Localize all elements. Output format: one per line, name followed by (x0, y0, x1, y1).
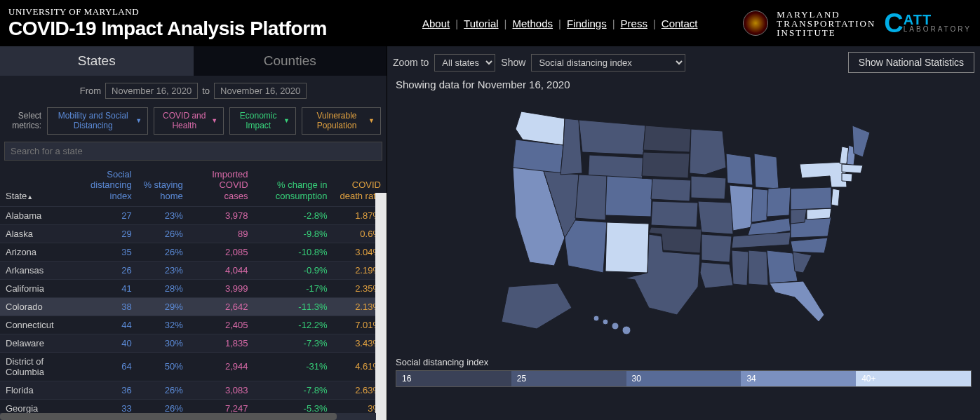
state-mt (579, 120, 645, 155)
state-fl (770, 281, 824, 322)
state-oh (767, 187, 791, 217)
table-row[interactable]: Alabama2723%3,978-2.8%1.87% (0, 206, 387, 224)
cell-sdi: 41 (69, 279, 137, 297)
page-header: UNIVERSITY OF MARYLAND COVID-19 Impact A… (0, 0, 980, 46)
show-label: Show (501, 57, 525, 68)
search-input[interactable] (4, 142, 382, 161)
col-state[interactable]: State▲ (0, 165, 69, 206)
from-label: From (80, 86, 101, 96)
table-scrollbar-horizontal[interactable] (0, 413, 376, 420)
show-national-stats-button[interactable]: Show National Statistics (848, 52, 974, 73)
table-row[interactable]: Alaska2926%89-9.8%0.6% (0, 224, 387, 243)
tab-states[interactable]: States (0, 46, 194, 76)
map-legend: 1625303440+ (396, 370, 972, 387)
state-ak (502, 283, 572, 329)
cell-cons: -10.8% (254, 243, 333, 261)
cell-cons: -31% (254, 352, 333, 381)
cell-cons: -0.9% (254, 261, 333, 279)
nav-methods[interactable]: Methods (512, 18, 553, 29)
state-mi (754, 154, 779, 189)
table-row[interactable]: Florida3626%3,083-7.8%2.63% (0, 381, 387, 399)
table-row[interactable]: Delaware4030%1,835-7.3%3.43% (0, 334, 387, 352)
state-ma (842, 164, 863, 173)
metric-covid-button[interactable]: COVID and Health▼ (154, 107, 224, 135)
nav-findings[interactable]: Findings (567, 18, 607, 29)
state-tn (732, 232, 791, 248)
nav-about[interactable]: About (422, 18, 450, 29)
to-date-input[interactable]: November 16, 2020 (214, 83, 307, 99)
us-map[interactable] (393, 90, 974, 357)
legend-segment: 16 (396, 371, 511, 386)
legend-segment: 40+ (856, 371, 971, 386)
state-sc (793, 252, 812, 273)
nav-tutorial[interactable]: Tutorial (464, 18, 498, 29)
col-sdi[interactable]: Social distancing index (69, 165, 137, 206)
select-metrics-label: Select metrics: (6, 111, 41, 131)
cell-state: Alaska (0, 224, 69, 243)
state-in (751, 189, 768, 222)
university-seal-icon (743, 11, 768, 36)
left-panel: States Counties From November 16, 2020 t… (0, 46, 387, 420)
nav-press[interactable]: Press (621, 18, 647, 29)
cell-state: Florida (0, 381, 69, 399)
table-row[interactable]: Arkansas2623%4,044-0.9%2.19% (0, 261, 387, 279)
date-row: From November 16, 2020 to November 16, 2… (0, 76, 387, 104)
table-row[interactable]: Colorado3829%2,642-11.3%2.13% (0, 297, 387, 316)
from-date-input[interactable]: November 16, 2020 (105, 83, 198, 99)
svg-point-1 (603, 319, 608, 325)
table-row[interactable]: California4128%3,999-17%2.35% (0, 279, 387, 297)
cell-state: Alabama (0, 206, 69, 224)
col-stay[interactable]: % staying home (137, 165, 189, 206)
cell-sdi: 26 (69, 261, 137, 279)
cell-cases: 2,085 (189, 243, 254, 261)
state-wi (726, 154, 753, 185)
metric-econ-button[interactable]: Economic Impact▼ (229, 107, 296, 135)
state-az (565, 220, 607, 273)
state-md (807, 208, 831, 219)
state-mo (698, 201, 733, 234)
table-row[interactable]: Connecticut4432%2,405-12.2%7.01% (0, 316, 387, 334)
chevron-down-icon: ▼ (135, 117, 142, 125)
cell-cases: 1,835 (189, 334, 254, 352)
legend-segment: 30 (626, 371, 741, 386)
cell-state: Connecticut (0, 316, 69, 334)
us-map-svg (488, 97, 880, 350)
metric-mobility-button[interactable]: Mobility and Social Distancing▼ (47, 107, 148, 135)
cell-cases: 3,999 (189, 279, 254, 297)
col-cons[interactable]: % change in consumption (254, 165, 333, 206)
cell-state: Arizona (0, 243, 69, 261)
cell-cons: -11.3% (254, 297, 333, 316)
cell-sdi: 36 (69, 381, 137, 399)
col-cases[interactable]: Imported COVID cases (189, 165, 254, 206)
sort-asc-icon: ▲ (27, 194, 33, 201)
cell-state: Arkansas (0, 261, 69, 279)
tab-counties[interactable]: Counties (194, 46, 387, 76)
cell-cases: 2,405 (189, 316, 254, 334)
metrics-row: Select metrics: Mobility and Social Dist… (0, 104, 387, 142)
zoom-select[interactable]: All states (434, 54, 495, 72)
state-co (605, 176, 652, 217)
cell-stay: 26% (137, 224, 189, 243)
header-left: UNIVERSITY OF MARYLAND COVID-19 Impact A… (8, 6, 338, 40)
cell-cases: 2,642 (189, 297, 254, 316)
cell-sdi: 44 (69, 316, 137, 334)
header-logos: MARYLAND TRANSPORTATION INSTITUTE C ATT … (743, 10, 972, 37)
table-row[interactable]: Arizona3526%2,085-10.8%3.04% (0, 243, 387, 261)
cell-state: District of Columbia (0, 352, 69, 381)
metric-vuln-button[interactable]: Vulnerable Population▼ (302, 107, 381, 135)
cell-sdi: 29 (69, 224, 137, 243)
cell-cases: 3,978 (189, 206, 254, 224)
table-scrollbar-vertical[interactable] (375, 193, 387, 420)
state-ct (842, 173, 852, 182)
state-ms (732, 250, 749, 285)
nav-contact[interactable]: Contact (662, 18, 698, 29)
cell-cases: 89 (189, 224, 254, 243)
state-ny (800, 162, 847, 187)
show-select[interactable]: Social distancing index (531, 54, 685, 72)
right-panel: Zoom to All states Show Social distancin… (387, 46, 980, 420)
state-al (749, 250, 768, 285)
cell-state: Delaware (0, 334, 69, 352)
cell-stay: 50% (137, 352, 189, 381)
table-row[interactable]: District of Columbia6450%2,944-31%4.61% (0, 352, 387, 381)
legend-segment: 34 (741, 371, 856, 386)
